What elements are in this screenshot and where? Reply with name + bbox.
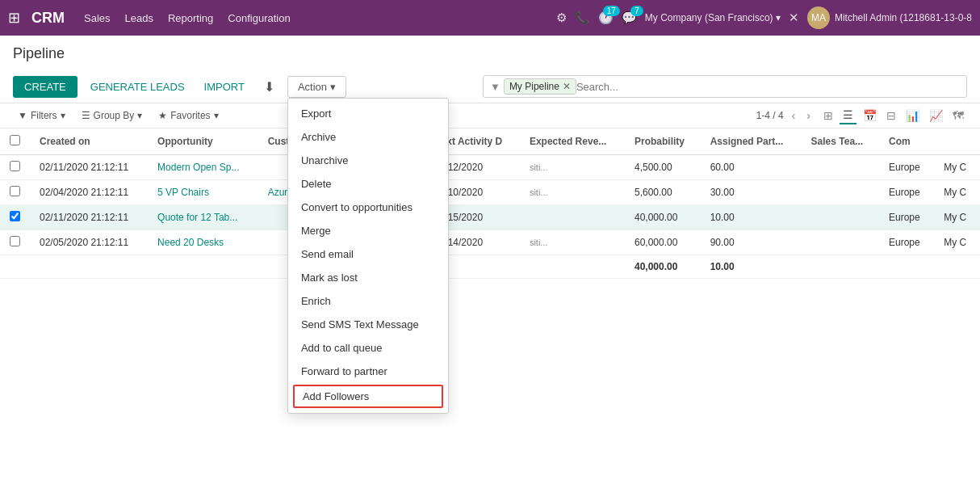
apps-menu-icon[interactable]: ⊞ bbox=[8, 9, 20, 27]
row1-checkbox-cell[interactable] bbox=[0, 155, 30, 180]
action-item-add-followers[interactable]: Add Followers bbox=[293, 385, 443, 408]
action-item-export[interactable]: Export bbox=[288, 102, 448, 125]
row1-checkbox[interactable] bbox=[10, 161, 20, 171]
col-company: Com bbox=[879, 128, 934, 155]
clock-icon[interactable]: 🕐17 bbox=[598, 11, 614, 25]
action-button[interactable]: Action ▾ bbox=[287, 76, 346, 98]
table-header-row: Created on Opportunity Customer Country … bbox=[0, 128, 980, 155]
row3-stage bbox=[520, 205, 625, 230]
row4-created-on: 02/05/2020 21:12:11 bbox=[30, 230, 148, 255]
col-sales-team: Sales Tea... bbox=[802, 128, 879, 155]
action-item-mark-lost[interactable]: Mark as lost bbox=[288, 266, 448, 289]
select-all-checkbox[interactable] bbox=[10, 135, 20, 145]
next-page-button[interactable]: › bbox=[803, 107, 814, 124]
create-button[interactable]: CREATE bbox=[13, 76, 77, 98]
action-chevron-icon: ▾ bbox=[330, 81, 336, 93]
row2-probability: 30.00 bbox=[701, 180, 802, 205]
action-item-unarchive[interactable]: Unarchive bbox=[288, 149, 448, 172]
toolbar: CREATE GENERATE LEADS IMPORT ⬇ Action ▾ … bbox=[0, 70, 980, 103]
action-item-merge[interactable]: Merge bbox=[288, 219, 448, 242]
import-button[interactable]: IMPORT bbox=[198, 76, 251, 98]
action-item-convert[interactable]: Convert to opportunities bbox=[288, 196, 448, 219]
table-row: 02/05/2020 21:12:11 Need 20 Desks Peru 0… bbox=[0, 230, 980, 255]
nav-links: Sales Leads Reporting Configuration bbox=[84, 12, 550, 24]
row2-checkbox[interactable] bbox=[10, 186, 20, 196]
favorites-chevron: ▾ bbox=[214, 110, 219, 121]
settings-icon[interactable]: ⚙ bbox=[556, 11, 567, 25]
filters-button[interactable]: ▼ Filters ▾ bbox=[13, 107, 70, 124]
kanban-view-button[interactable]: ⊞ bbox=[820, 107, 836, 124]
bar-chart-view-button[interactable]: 📊 bbox=[903, 107, 923, 124]
line-chart-view-button[interactable]: 📈 bbox=[926, 107, 946, 124]
page-content: Pipeline CREATE GENERATE LEADS IMPORT ⬇ … bbox=[0, 36, 980, 480]
nav-sales[interactable]: Sales bbox=[84, 12, 111, 24]
my-pipeline-tag-label: My Pipeline bbox=[509, 81, 559, 92]
action-label: Action bbox=[298, 81, 327, 93]
my-pipeline-tag[interactable]: My Pipeline ✕ bbox=[504, 78, 576, 95]
close-icon[interactable]: ✕ bbox=[789, 11, 799, 25]
favorites-label: Favorites bbox=[170, 110, 210, 121]
row3-sales-team: Europe bbox=[879, 205, 934, 230]
chat-badge: 7 bbox=[630, 6, 643, 16]
chat-icon[interactable]: 💬7 bbox=[622, 11, 637, 25]
row2-sales-team: Europe bbox=[879, 180, 934, 205]
list-view-button[interactable]: ☰ bbox=[840, 107, 856, 124]
row4-opportunity[interactable]: Need 20 Desks bbox=[148, 230, 258, 255]
col-opportunity: Opportunity bbox=[148, 128, 258, 155]
row2-stage: siti... bbox=[520, 180, 625, 205]
col-created-on: Created on bbox=[30, 128, 148, 155]
download-button[interactable]: ⬇ bbox=[258, 76, 281, 98]
row3-checkbox[interactable] bbox=[10, 211, 20, 221]
user-avatar: MA bbox=[807, 6, 830, 29]
search-input[interactable] bbox=[576, 81, 960, 93]
opportunities-table: Created on Opportunity Customer Country … bbox=[0, 128, 980, 279]
action-dropdown: Action ▾ Export Archive Unarchive Delete… bbox=[287, 76, 346, 98]
action-item-sms[interactable]: Send SMS Text Message bbox=[288, 313, 448, 336]
row4-sales-team: Europe bbox=[879, 230, 934, 255]
row1-created-on: 02/11/2020 21:12:11 bbox=[30, 155, 148, 180]
pagination-text: 1-4 / 4 bbox=[756, 110, 784, 121]
row4-checkbox-cell[interactable] bbox=[0, 230, 30, 255]
row1-opportunity[interactable]: Modern Open Sp... bbox=[148, 155, 258, 180]
company-selector[interactable]: My Company (San Francisco) ▾ bbox=[645, 12, 781, 23]
user-menu[interactable]: MA Mitchell Admin (1218681-13-0-8 bbox=[807, 6, 972, 29]
my-pipeline-tag-close[interactable]: ✕ bbox=[563, 81, 571, 92]
pivot-view-button[interactable]: ⊟ bbox=[883, 107, 899, 124]
summary-expected-rev: 40,000.00 bbox=[625, 255, 701, 279]
row3-assigned-part bbox=[802, 205, 879, 230]
row1-sales-team: Europe bbox=[879, 155, 934, 180]
map-view-button[interactable]: 🗺 bbox=[949, 107, 967, 124]
row2-checkbox-cell[interactable] bbox=[0, 180, 30, 205]
nav-leads[interactable]: Leads bbox=[125, 12, 153, 24]
row3-checkbox-cell[interactable] bbox=[0, 205, 30, 230]
group-by-button[interactable]: ☰ Group By ▾ bbox=[77, 107, 148, 124]
calendar-view-button[interactable]: 📅 bbox=[860, 107, 880, 124]
group-by-chevron: ▾ bbox=[137, 110, 142, 121]
phone-icon[interactable]: 📞 bbox=[575, 11, 590, 25]
search-bar: ▼ My Pipeline ✕ bbox=[483, 75, 967, 98]
action-item-archive[interactable]: Archive bbox=[288, 125, 448, 149]
action-item-forward[interactable]: Forward to partner bbox=[288, 360, 448, 383]
table-row: 02/11/2020 21:12:11 Quote for 12 Tab... … bbox=[0, 205, 980, 230]
action-item-send-email[interactable]: Send email bbox=[288, 242, 448, 266]
nav-reporting[interactable]: Reporting bbox=[168, 12, 213, 24]
favorites-button[interactable]: ★ Favorites ▾ bbox=[153, 107, 223, 124]
prev-page-button[interactable]: ‹ bbox=[789, 107, 799, 124]
row2-assigned-part bbox=[802, 180, 879, 205]
generate-leads-button[interactable]: GENERATE LEADS bbox=[84, 76, 191, 98]
row4-checkbox[interactable] bbox=[10, 236, 20, 246]
table-container: Created on Opportunity Customer Country … bbox=[0, 128, 980, 279]
action-item-delete[interactable]: Delete bbox=[288, 172, 448, 196]
filter-icon: ▼ bbox=[18, 110, 27, 121]
row3-expected-rev: 40,000.00 bbox=[625, 205, 701, 230]
app-brand[interactable]: CRM bbox=[31, 10, 65, 27]
row3-opportunity[interactable]: Quote for 12 Tab... bbox=[148, 205, 258, 230]
topnav-right-area: ⚙ 📞 🕐17 💬7 My Company (San Francisco) ▾ … bbox=[556, 6, 972, 29]
action-item-call-queue[interactable]: Add to call queue bbox=[288, 336, 448, 360]
row2-opportunity[interactable]: 5 VP Chairs bbox=[148, 180, 258, 205]
action-item-enrich[interactable]: Enrich bbox=[288, 289, 448, 313]
row3-probability: 10.00 bbox=[701, 205, 802, 230]
row1-stage: siti... bbox=[520, 155, 625, 180]
nav-configuration[interactable]: Configuration bbox=[228, 12, 290, 24]
select-all-header[interactable] bbox=[0, 128, 30, 155]
